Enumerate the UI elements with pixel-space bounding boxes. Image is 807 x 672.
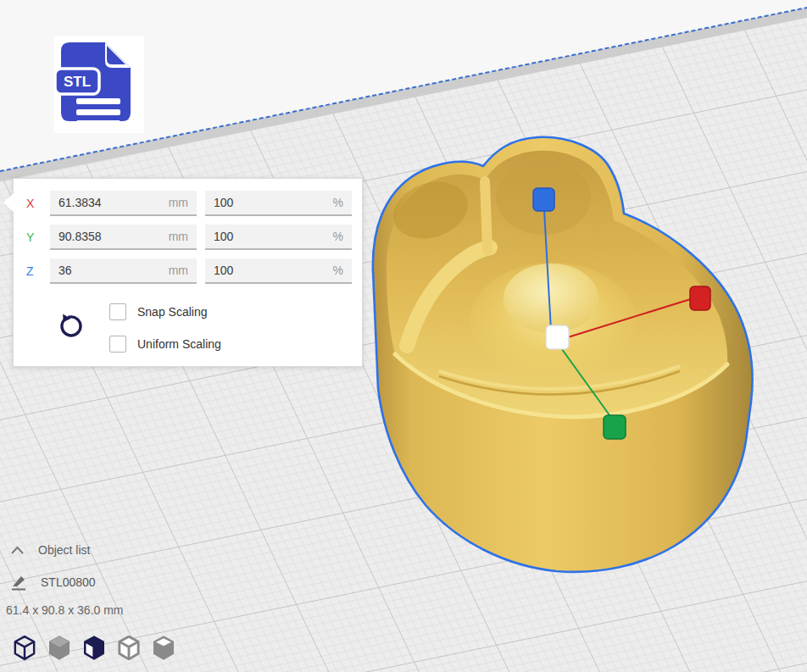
scale-handle-y-icon[interactable] [604,415,626,439]
scale-row-y: Y 90.8358 mm 100 % [26,225,352,250]
view-left-button[interactable] [82,636,106,660]
cube-wireframe-icon [13,636,36,660]
lobe-divider-wall [485,181,487,251]
z-size-unit: mm [169,264,188,277]
view-front-button[interactable] [47,636,71,660]
view-right-button[interactable] [117,636,141,660]
x-size-value: 61.3834 [58,196,102,209]
doc-line [76,120,120,126]
scale-handle-center-icon[interactable] [546,325,569,349]
stl-file-icon: STL [54,36,144,133]
y-percent-value: 100 [214,230,233,243]
uniform-scaling-label: Uniform Scaling [137,337,221,351]
reset-scale-button[interactable] [56,313,83,342]
x-axis-label: X [26,197,42,210]
object-list-title: Object list [38,543,90,557]
cube-left-face-icon [82,636,106,660]
uniform-scaling-checkbox[interactable]: Uniform Scaling [109,336,221,353]
panel-arrow-notch [3,193,14,212]
z-size-input[interactable]: 36 mm [50,258,197,284]
camera-view-toolbar [13,636,175,660]
application-window: STL X 61.3834 mm 100 % Y 90.8358 mm [0,0,807,672]
scale-handle-z-icon[interactable] [533,188,554,211]
x-percent-value: 100 [214,196,233,209]
y-size-input[interactable]: 90.8358 mm [50,225,197,250]
checkbox-box[interactable] [109,336,126,353]
x-percent-input[interactable]: 100 % [205,191,352,216]
object-list-item[interactable]: STL00800 [10,573,96,591]
stl-badge-label: STL [64,74,91,90]
x-size-unit: mm [169,196,188,209]
edit-pencil-icon [10,573,27,591]
z-axis-label: Z [26,264,42,278]
scale-row-x: X 61.3834 mm 100 % [26,191,352,216]
object-name: STL00800 [41,575,96,589]
x-percent-unit: % [333,196,343,209]
z-percent-unit: % [333,264,343,277]
z-size-value: 36 [58,264,72,277]
snap-scaling-label: Snap Scaling [137,305,208,319]
doc-line [76,109,120,115]
scale-tool-panel: X 61.3834 mm 100 % Y 90.8358 mm 100 % Z [13,178,363,367]
chevron-up-icon [10,545,25,555]
cube-top-face-icon [152,636,175,660]
doc-line [76,98,120,104]
snap-scaling-checkbox[interactable]: Snap Scaling [109,303,208,320]
y-axis-label: Y [26,230,42,244]
view-3d-button[interactable] [13,636,36,660]
z-percent-input[interactable]: 100 % [205,258,352,284]
checkbox-box[interactable] [109,303,126,320]
x-size-input[interactable]: 61.3834 mm [50,191,197,216]
y-percent-unit: % [333,230,343,243]
y-size-value: 90.8358 [58,230,102,243]
y-percent-input[interactable]: 100 % [205,225,352,250]
rotate-ccw-icon [56,313,83,342]
cube-outline-icon [117,636,141,660]
object-list-header[interactable]: Object list [10,543,90,557]
view-top-button[interactable] [152,636,175,660]
scale-row-z: Z 36 mm 100 % [26,258,352,284]
scale-handle-x-icon[interactable] [690,286,710,310]
cube-solid-icon [47,636,71,660]
z-percent-value: 100 [214,264,233,277]
object-dimensions: 61.4 x 90.8 x 36.0 mm [6,603,124,617]
y-size-unit: mm [169,230,188,243]
